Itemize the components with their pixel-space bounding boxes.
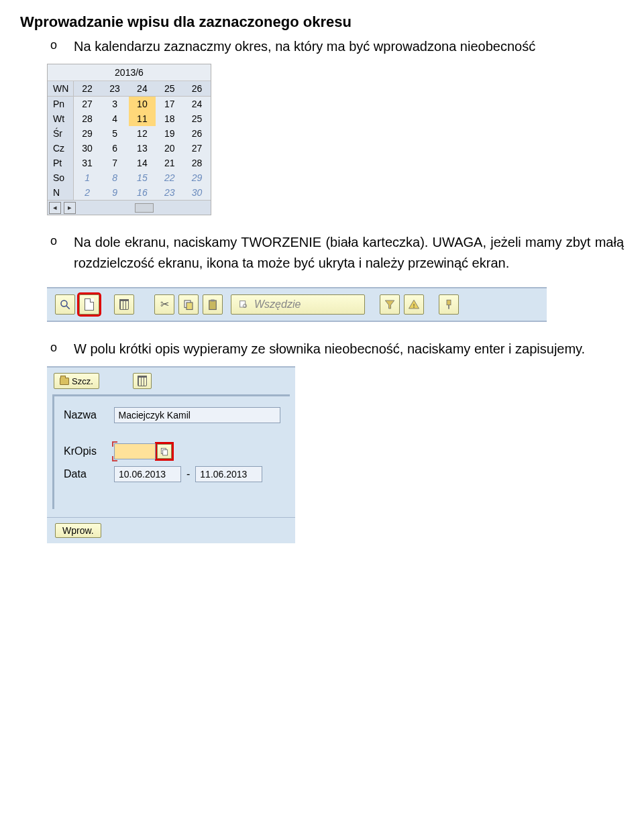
cal-day[interactable]: 18 (156, 111, 183, 126)
cal-day[interactable]: 29 (73, 126, 101, 141)
bullet-marker: o (50, 36, 57, 57)
name-label: Nazwa (64, 409, 114, 421)
bullet-marker: o (50, 232, 57, 274)
cal-day-selected[interactable]: 11 (129, 111, 156, 126)
create-button[interactable] (79, 294, 99, 315)
details-label: Szcz. (72, 376, 93, 386)
cal-day[interactable]: 8 (101, 170, 129, 185)
wprow-button[interactable]: Wprow. (55, 523, 101, 538)
cal-day[interactable]: 23 (156, 185, 183, 200)
cal-day[interactable]: 22 (156, 170, 183, 185)
paste-button[interactable] (203, 294, 223, 315)
week-num: 26 (183, 81, 211, 97)
svg-rect-3 (186, 302, 193, 310)
name-field[interactable]: Maciejczyk Kamil (114, 407, 280, 423)
bullet-3: o W polu krótki opis wypieramy ze słowni… (50, 339, 624, 359)
day-label: So (48, 170, 73, 185)
cal-day[interactable]: 28 (183, 156, 211, 170)
cal-day[interactable]: 16 (129, 185, 156, 200)
folder-icon (60, 378, 69, 385)
cal-day[interactable]: 30 (183, 185, 211, 200)
week-num: 24 (129, 81, 156, 97)
date-from-field[interactable]: 10.06.2013 (114, 466, 181, 482)
delete-entry-button[interactable] (133, 373, 152, 389)
cal-day[interactable]: 29 (183, 170, 211, 185)
bullet-text: Na kalendarzu zaznaczmy okres, na który … (74, 36, 624, 57)
more-button[interactable] (439, 294, 459, 315)
svg-text:!: ! (413, 302, 415, 309)
day-label: N (48, 185, 73, 200)
cal-day[interactable]: 30 (73, 141, 101, 156)
cal-day[interactable]: 25 (183, 111, 211, 126)
cal-day[interactable]: 21 (156, 156, 183, 170)
week-num: 25 (156, 81, 183, 97)
prev-arrow[interactable]: ◂ (49, 202, 61, 214)
date-separator: - (186, 468, 190, 480)
date-row: Data 10.06.2013 - 11.06.2013 (64, 466, 280, 482)
magnifier-icon (59, 298, 71, 311)
cal-day[interactable]: 7 (101, 156, 129, 170)
wn-label: WN (48, 81, 73, 97)
cal-day[interactable]: 27 (183, 141, 211, 156)
search-button[interactable] (55, 294, 75, 315)
cal-day[interactable]: 3 (101, 97, 129, 112)
kropis-picker-button[interactable] (157, 444, 172, 459)
svg-rect-11 (447, 300, 451, 305)
copy-button[interactable] (178, 294, 199, 315)
cal-day[interactable]: 19 (156, 126, 183, 141)
cal-day[interactable]: 31 (73, 156, 101, 170)
calendar-scrollbar[interactable] (77, 203, 211, 213)
toolbar: ✂ Wszędzie ! (47, 287, 547, 322)
name-row: Nazwa Maciejczyk Kamil (64, 407, 280, 423)
cal-day-selected[interactable]: 10 (129, 97, 156, 112)
day-label: Śr (48, 126, 73, 141)
cal-day[interactable]: 28 (73, 111, 101, 126)
cal-day[interactable]: 17 (156, 97, 183, 112)
date-to-field[interactable]: 11.06.2013 (195, 466, 262, 482)
date-label: Data (64, 468, 114, 480)
delete-button[interactable] (114, 294, 134, 315)
week-num: 22 (73, 81, 101, 97)
week-num: 23 (101, 81, 129, 97)
cut-button[interactable]: ✂ (154, 294, 174, 315)
alert-button[interactable]: ! (404, 294, 424, 315)
search-icon (238, 299, 249, 310)
picker-icon (160, 447, 169, 456)
cal-day[interactable]: 6 (101, 141, 129, 156)
cal-day[interactable]: 12 (129, 126, 156, 141)
cal-day[interactable]: 13 (129, 141, 156, 156)
filter-button[interactable] (380, 294, 400, 315)
kropis-label: KrOpis (64, 445, 114, 457)
cal-day[interactable]: 2 (73, 185, 101, 200)
trash-icon (138, 376, 147, 386)
bullet-text: Na dole ekranu, naciskamy TWORZENIE (bia… (74, 232, 624, 274)
day-label: Pn (48, 97, 73, 112)
cal-day[interactable]: 9 (101, 185, 129, 200)
document-icon (85, 298, 94, 311)
bullet-1: o Na kalendarzu zaznaczmy okres, na któr… (50, 36, 624, 57)
cal-day[interactable]: 14 (129, 156, 156, 170)
bullet-2: o Na dole ekranu, naciskamy TWORZENIE (b… (50, 232, 624, 274)
form-footer: Wprow. (47, 517, 295, 543)
kropis-row: KrOpis (64, 443, 280, 459)
cal-day[interactable]: 26 (183, 126, 211, 141)
search-field[interactable]: Wszędzie (231, 294, 365, 315)
search-placeholder: Wszędzie (254, 298, 301, 311)
cal-day[interactable]: 15 (129, 170, 156, 185)
cal-day[interactable]: 5 (101, 126, 129, 141)
cal-day[interactable]: 24 (183, 97, 211, 112)
calendar-widget[interactable]: 2013/6 WN 22 23 24 25 26 Pn 27 3 10 17 2… (47, 64, 211, 215)
calendar-table: WN 22 23 24 25 26 Pn 27 3 10 17 24 Wt 28… (48, 81, 211, 200)
bullet-text: W polu krótki opis wypieramy ze słownika… (74, 339, 624, 359)
next-arrow[interactable]: ▸ (64, 202, 76, 214)
kropis-field[interactable] (114, 443, 156, 459)
cal-day[interactable]: 27 (73, 97, 101, 112)
svg-marker-8 (385, 300, 394, 309)
scissors-icon: ✂ (160, 299, 169, 310)
cal-day[interactable]: 4 (101, 111, 129, 126)
section-heading: Wprowadzanie wpisu dla zaznaczonego okre… (20, 13, 624, 31)
cal-day[interactable]: 20 (156, 141, 183, 156)
trash-icon (119, 299, 129, 310)
details-button[interactable]: Szcz. (54, 373, 99, 389)
cal-day[interactable]: 1 (73, 170, 101, 185)
